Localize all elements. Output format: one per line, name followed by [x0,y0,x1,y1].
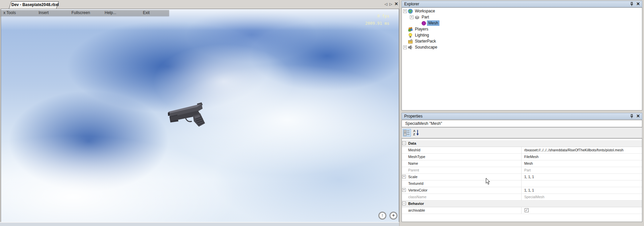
tree-item-lighting[interactable]: Lighting [402,32,642,39]
property-value[interactable]: rbxasset://../../../shareddata/RiseOfThe… [522,147,642,153]
selected-object-header: SpecialMesh "Mesh" [401,120,642,127]
tree-item-workspace[interactable]: + Workspace [402,8,642,14]
tree-item-label[interactable]: Players [414,27,429,31]
property-row-scale[interactable]: + Scale 1, 1, 1 [402,174,642,180]
menu-item-exit[interactable]: Exit [143,10,150,15]
expand-toggle[interactable]: + [403,46,407,49]
pin-icon[interactable] [630,2,634,6]
property-row-archivable[interactable]: archivable ✓ [402,207,642,214]
tree-item-mesh[interactable]: Mesh [402,20,642,26]
alphabetical-sort-button[interactable]: A Z [413,129,421,137]
right-dock: Explorer ✕ + Workspace [399,0,644,226]
sort-az-icon: A Z [413,129,420,136]
workspace-icon [408,9,413,14]
explorer-title: Explorer [404,2,419,6]
property-row-classname[interactable]: className SpecialMesh [402,194,642,201]
properties-toolbar: A Z [401,127,642,138]
svg-text:Z: Z [413,133,415,136]
tree-item-label[interactable]: Workspace [414,9,436,13]
property-row-meshtype[interactable]: MeshType FileMesh [402,154,642,160]
frame-time: 2009.91 ms [365,20,389,27]
archivable-checkbox[interactable]: ✓ [525,208,529,212]
property-row-meshid[interactable]: MeshId rbxasset://../../../shareddata/Ri… [402,147,642,154]
document-tab-bar: Dev - Baseplate2048.rbxl ◁ ▷ ✕ [0,0,399,9]
in-game-menu-bar: x Tools Insert Fullscreen Help... Exit [0,10,169,16]
expand-toggle[interactable]: + [403,9,407,13]
tree-item-label[interactable]: Lighting [414,33,430,37]
document-close-button[interactable]: ✕ [394,1,398,7]
menu-item-insert[interactable]: Insert [39,10,49,15]
property-value-readonly: SpecialMesh [522,194,642,200]
property-row-textureid[interactable]: TextureId [402,180,642,187]
svg-text:A: A [413,129,416,133]
explorer-tree[interactable]: + Workspace + Par [401,7,642,110]
property-value-readonly: Part [522,167,642,173]
mouse-cursor [486,178,490,185]
property-category-behavior[interactable]: − Behavior [402,201,642,207]
performance-stats: 0 fps 2009.91 ms [365,12,389,27]
tree-item-label-selected[interactable]: Mesh [427,21,439,25]
tree-item-players[interactable]: Players [402,26,642,32]
players-icon [408,27,413,32]
tree-item-label[interactable]: Part [421,15,430,19]
camera-tilt-up-button[interactable]: ↑ [378,212,386,220]
mesh-icon [421,21,426,26]
property-row-vertexcolor[interactable]: + VertexColor 1, 1, 1 [402,187,642,194]
camera-zoom-in-button[interactable]: + [389,212,397,220]
studio-window: Dev - Baseplate2048.rbxl ◁ ▷ ✕ x Tools I… [0,0,644,226]
menu-item-fullscreen[interactable]: Fullscreen [71,10,90,15]
explorer-panel-header: Explorer ✕ [401,1,642,7]
tree-item-part[interactable]: + Part [402,14,642,20]
property-value[interactable] [522,180,642,187]
tab-scroll-right-button[interactable]: ▷ [389,1,392,7]
properties-panel-header: Properties ✕ [401,113,642,120]
document-tab[interactable]: Dev - Baseplate2048.rbxl [7,1,57,9]
part-icon [415,15,420,20]
soundscape-icon [408,45,413,50]
tab-scroll-left-button[interactable]: ◁ [384,1,387,7]
properties-title: Properties [404,114,423,119]
selected-object-label: SpecialMesh "Mesh" [405,121,442,126]
property-value[interactable]: Mesh [522,160,642,167]
tree-item-starterpack[interactable]: StarterPack [402,39,642,45]
categorized-icon [403,129,411,136]
tree-item-label[interactable]: StarterPack [414,39,437,44]
explorer-close-icon[interactable]: ✕ [636,1,640,7]
expand-toggle[interactable]: + [410,15,414,19]
property-category-data[interactable]: − Data [402,140,642,147]
pistol-mesh-object[interactable] [165,102,211,131]
tree-item-soundscape[interactable]: + Soundscape [402,45,642,51]
property-row-parent[interactable]: Parent Part [402,167,642,174]
property-value[interactable]: 1, 1, 1 [522,174,642,180]
tree-item-label[interactable]: Soundscape [414,45,438,50]
property-value[interactable]: FileMesh [522,154,642,160]
menu-item-help[interactable]: Help... [105,10,116,15]
lighting-icon [408,33,413,38]
property-row-name[interactable]: Name Mesh [402,160,642,167]
starterpack-icon [408,39,413,44]
property-value[interactable]: 1, 1, 1 [522,187,642,194]
game-viewport[interactable]: x Tools Insert Fullscreen Help... Exit 0… [1,9,399,223]
tab-title: Dev - Baseplate2048.rbxl [11,2,57,7]
pin-icon[interactable] [630,114,634,119]
properties-close-icon[interactable]: ✕ [636,114,640,119]
categorized-view-button[interactable] [403,129,411,137]
properties-grid: − Data MeshId rbxasset://../../../shared… [401,138,642,222]
fps-counter: 0 fps [365,12,389,20]
menu-item-tools[interactable]: x Tools [3,10,16,15]
